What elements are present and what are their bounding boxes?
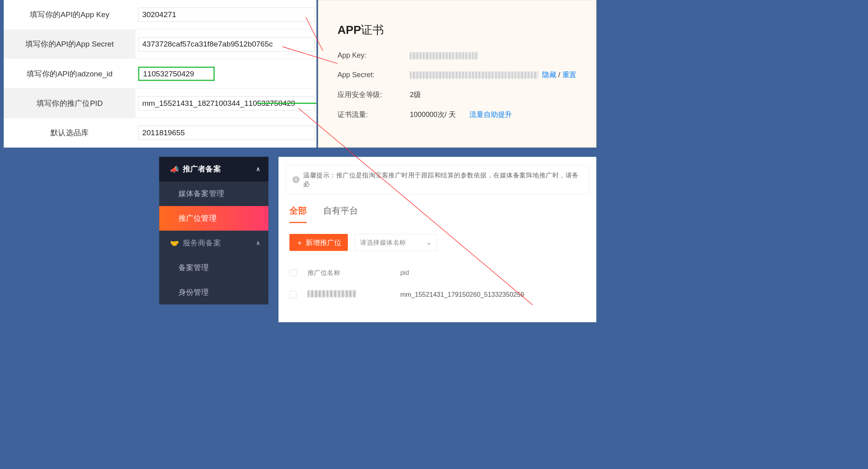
row-default-library: 默认选品库 — [4, 118, 317, 148]
cert-flow-row: 证书流量: 1000000次/ 天 流量自助提升 — [337, 110, 579, 119]
link-reset[interactable]: 重置 — [562, 70, 577, 79]
label-app-secret: 填写你的API的App Secret — [4, 29, 136, 59]
cert-app-key-value-blurred — [410, 52, 478, 59]
promo-table: 推广位名称 pid mm_15521431_179150260_51332350… — [289, 262, 585, 306]
row-app-key: 填写你的API的App Key — [4, 0, 317, 29]
row-app-secret: 填写你的API的App Secret — [4, 29, 317, 59]
add-promo-label: 新增推广位 — [306, 237, 341, 247]
notice-bar: i 温馨提示：推广位是指淘宝客推广时用于跟踪和结算的参数依据，在媒体备案阵地推广… — [286, 165, 589, 194]
cert-app-key-label: App Key: — [337, 51, 410, 59]
cert-security-value: 2级 — [410, 90, 579, 99]
app-certificate-panel: APP证书 App Key: App Secret: 隐藏 / 重置 应用安全等… — [318, 0, 596, 148]
cert-title: APP证书 — [337, 22, 579, 37]
media-select-placeholder: 请选择媒体名称 — [360, 238, 406, 247]
promotion-panel: i 温馨提示：推广位是指淘宝客推广时用于跟踪和结算的参数依据，在媒体备案阵地推广… — [279, 157, 597, 322]
sidebar-section-promoter[interactable]: 推广者备案 ∧ — [159, 157, 269, 181]
row-name-blurred — [308, 290, 357, 298]
sidebar-section-promoter-label: 推广者备案 — [183, 164, 221, 174]
cert-flow-label: 证书流量: — [337, 110, 410, 119]
chevron-up-icon: ∧ — [256, 165, 260, 173]
label-adzone: 填写你的API的adzone_id — [4, 59, 136, 88]
label-default-library: 默认选品库 — [4, 118, 136, 148]
tab-all[interactable]: 全部 — [289, 205, 307, 223]
link-flow-self-upgrade[interactable]: 流量自助提升 — [469, 111, 512, 119]
sidebar-section-provider-label: 服务商备案 — [183, 238, 221, 248]
sidebar-item-filing-manage[interactable]: 备案管理 — [159, 255, 269, 280]
separator: / — [558, 70, 562, 79]
label-pid: 填写你的推广位PID — [4, 89, 136, 118]
promo-tabs: 全部 自有平台 — [289, 205, 585, 223]
checkbox-all[interactable] — [289, 269, 296, 276]
notice-text: 温馨提示：推广位是指淘宝客推广时用于跟踪和结算的参数依据，在媒体备案阵地推广时，… — [303, 171, 582, 188]
add-promo-button[interactable]: ＋ 新增推广位 — [289, 234, 348, 251]
chevron-up-icon: ∧ — [256, 239, 260, 247]
cert-flow-value: 1000000次/ 天 — [410, 111, 455, 119]
tab-own-platform[interactable]: 自有平台 — [323, 205, 358, 223]
col-header-pid: pid — [400, 269, 585, 276]
row-adzone: 填写你的API的adzone_id — [4, 59, 317, 88]
handshake-icon — [170, 239, 178, 247]
cert-security-row: 应用安全等级: 2级 — [337, 90, 579, 99]
table-header: 推广位名称 pid — [289, 262, 585, 284]
chevron-down-icon: ⌄ — [426, 239, 432, 246]
label-app-key: 填写你的API的App Key — [4, 0, 136, 29]
checkbox-row[interactable] — [289, 291, 296, 298]
highlight-underline — [257, 103, 316, 104]
row-pid-value: mm_15521431_179150260_51332350259 — [400, 291, 585, 298]
sidebar-item-identity-manage[interactable]: 身份管理 — [159, 280, 269, 304]
input-default-library[interactable] — [138, 126, 315, 140]
megaphone-icon — [170, 165, 178, 173]
row-pid: 填写你的推广位PID — [4, 89, 317, 118]
sidebar: 推广者备案 ∧ 媒体备案管理 推广位管理 服务商备案 ∧ 备案管理 身份管理 — [159, 157, 269, 304]
promo-toolbar: ＋ 新增推广位 请选择媒体名称 ⌄ — [289, 234, 585, 251]
table-row: mm_15521431_179150260_51332350259 — [289, 284, 585, 306]
canvas: 填写你的API的App Key 填写你的API的App Secret 填写你的A… — [0, 0, 596, 322]
input-app-secret[interactable] — [138, 37, 315, 51]
sidebar-item-media-manage[interactable]: 媒体备案管理 — [159, 181, 269, 206]
media-select[interactable]: 请选择媒体名称 ⌄ — [355, 234, 437, 251]
sidebar-section-provider[interactable]: 服务商备案 ∧ — [159, 231, 269, 255]
api-config-form: 填写你的API的App Key 填写你的API的App Secret 填写你的A… — [4, 0, 317, 148]
cert-app-secret-row: App Secret: 隐藏 / 重置 — [337, 70, 579, 80]
sidebar-item-promo-manage[interactable]: 推广位管理 — [159, 206, 269, 231]
cert-app-secret-value-blurred — [410, 72, 538, 79]
plus-icon: ＋ — [296, 237, 303, 247]
link-hide[interactable]: 隐藏 — [542, 70, 556, 79]
col-header-name: 推广位名称 — [308, 269, 401, 277]
input-app-key[interactable] — [138, 8, 315, 22]
cert-app-key-row: App Key: — [337, 51, 579, 59]
cert-app-secret-label: App Secret: — [337, 70, 410, 79]
input-adzone-id[interactable] — [138, 66, 215, 81]
cert-security-label: 应用安全等级: — [337, 90, 410, 99]
info-icon: i — [293, 176, 300, 183]
